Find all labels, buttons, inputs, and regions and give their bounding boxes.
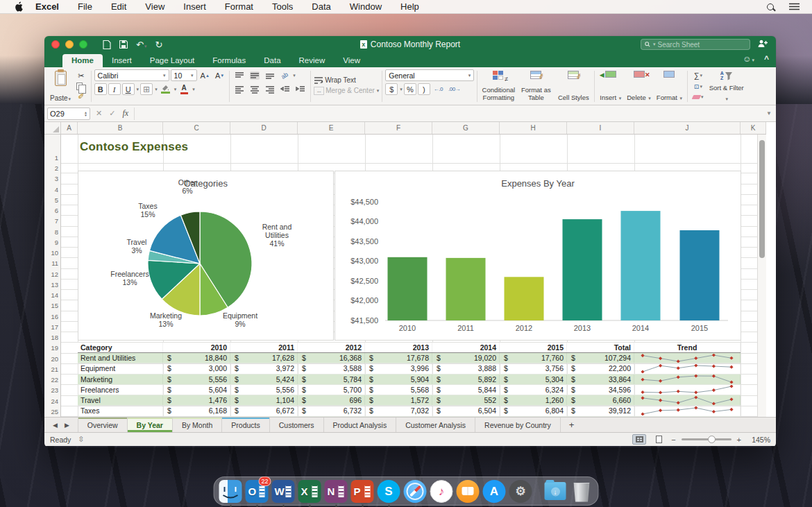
row-header-11[interactable]: 11 xyxy=(51,259,58,267)
sheet-body[interactable]: Contoso Expenses Categories Rent andUtil… xyxy=(61,135,766,417)
row-header-9[interactable]: 9 xyxy=(55,239,58,246)
apple-menu-icon[interactable] xyxy=(14,1,23,12)
next-sheet-arrow[interactable]: ▶ xyxy=(65,422,69,429)
align-left-button[interactable] xyxy=(232,83,246,95)
powerpoint-dock-icon[interactable]: P xyxy=(351,480,374,503)
expenses-table[interactable]: Category201020112012201320142015TotalTre… xyxy=(78,343,741,417)
zoom-out-button[interactable]: − xyxy=(671,436,675,444)
align-middle-button[interactable] xyxy=(248,69,262,81)
feedback-smiley-icon[interactable]: ☺▾ xyxy=(743,54,754,64)
zoom-in-button[interactable]: + xyxy=(737,436,741,444)
delete-cells-button[interactable]: ✕ Delete ▾ xyxy=(625,69,653,103)
ribbon-tab-view[interactable]: View xyxy=(334,54,369,67)
sheet-tab-overview[interactable]: Overview xyxy=(78,418,128,432)
borders-button[interactable]: ⊞ xyxy=(140,83,153,95)
increase-indent-button[interactable] xyxy=(294,83,307,95)
bar-chart-object[interactable]: Expenses By Year $44,500$44,000$43,500$4… xyxy=(335,171,741,341)
name-box-stepper[interactable]: ▲▼ xyxy=(84,111,87,117)
row-headers[interactable]: 1234567891011121314151617181920212223242… xyxy=(44,135,61,417)
worksheet-grid[interactable]: ABCDEFGHIJK 1234567891011121314151617181… xyxy=(44,122,776,417)
column-header-K[interactable]: K xyxy=(741,122,766,134)
ribbon-tab-home[interactable]: Home xyxy=(62,54,103,67)
currency-format-button[interactable]: $ xyxy=(385,83,398,95)
font-color-button[interactable]: A xyxy=(178,83,190,95)
page-layout-view-button[interactable] xyxy=(652,434,666,445)
column-header-G[interactable]: G xyxy=(432,122,500,134)
column-header-C[interactable]: C xyxy=(163,122,230,134)
spotlight-search-icon[interactable] xyxy=(767,3,774,10)
column-header-E[interactable]: E xyxy=(298,122,365,134)
menu-insert[interactable]: Insert xyxy=(183,1,206,12)
align-bottom-button[interactable] xyxy=(263,69,277,81)
onenote-dock-icon[interactable]: N xyxy=(325,480,348,503)
formula-input[interactable] xyxy=(134,108,766,120)
row-header-23[interactable]: 23 xyxy=(51,386,58,394)
menu-data[interactable]: Data xyxy=(312,1,330,12)
increase-decimal-button[interactable]: ←.0 xyxy=(432,83,445,95)
row-header-17[interactable]: 17 xyxy=(51,323,58,331)
paste-dropdown-arrow[interactable]: ▾ xyxy=(69,96,71,101)
fill-color-button[interactable] xyxy=(159,83,172,95)
menu-help[interactable]: Help xyxy=(400,1,419,12)
row-header-6[interactable]: 6 xyxy=(55,207,58,214)
system-preferences-dock-icon[interactable]: ⚙ xyxy=(509,480,532,503)
zoom-window-button[interactable] xyxy=(79,40,87,49)
table-row[interactable]: Taxes$6,168$6,672$6,732$7,032$6,504$6,80… xyxy=(78,406,741,416)
add-sheet-button[interactable]: + xyxy=(561,418,583,432)
column-header-H[interactable]: H xyxy=(500,122,567,134)
undo-button[interactable]: ↶▾ xyxy=(136,40,146,50)
row-header-13[interactable]: 13 xyxy=(51,281,58,289)
row-header-20[interactable]: 20 xyxy=(51,355,58,363)
row-header-4[interactable]: 4 xyxy=(55,186,58,194)
number-format-select[interactable]: General▾ xyxy=(385,69,474,81)
row-header-16[interactable]: 16 xyxy=(51,313,58,320)
row-header-18[interactable]: 18 xyxy=(51,334,58,341)
minimize-window-button[interactable] xyxy=(65,40,74,49)
row-header-19[interactable]: 19 xyxy=(51,344,58,352)
share-person-icon[interactable] xyxy=(757,40,768,50)
select-all-corner[interactable] xyxy=(44,122,61,134)
column-header-B[interactable]: B xyxy=(78,122,163,134)
ribbon-tab-page-layout[interactable]: Page Layout xyxy=(141,54,204,67)
sheet-tab-by-year[interactable]: By Year xyxy=(128,418,173,432)
zoom-slider[interactable] xyxy=(682,438,731,440)
outlook-dock-icon[interactable]: O22 xyxy=(246,480,269,503)
close-window-button[interactable] xyxy=(51,40,60,49)
format-as-table-button[interactable]: ✐ Format as Table xyxy=(518,69,554,103)
ibooks-dock-icon[interactable] xyxy=(457,480,480,503)
column-header-J[interactable]: J xyxy=(634,122,741,134)
excel-dock-icon[interactable]: X xyxy=(298,480,321,503)
row-header-2[interactable]: 2 xyxy=(55,164,58,172)
pie-chart-object[interactable]: Categories Rent andUtilities41%Equipment… xyxy=(78,171,334,341)
sheet-title-cell[interactable]: Contoso Expenses xyxy=(80,140,188,154)
align-center-button[interactable] xyxy=(248,83,262,95)
merge-center-button[interactable]: ↔ Merge & Center▾ xyxy=(314,87,379,95)
name-box[interactable]: O29 ▲▼ xyxy=(47,108,90,120)
table-row[interactable]: Marketing$5,556$5,424$5,784$5,904$5,892$… xyxy=(78,375,741,385)
menu-view[interactable]: View xyxy=(145,1,164,12)
itunes-dock-icon[interactable]: ♪ xyxy=(430,480,453,503)
row-header-12[interactable]: 12 xyxy=(51,270,58,278)
autosum-button[interactable]: ∑▾ xyxy=(691,70,706,81)
column-headers[interactable]: ABCDEFGHIJK xyxy=(44,122,766,135)
ribbon-tab-review[interactable]: Review xyxy=(290,54,335,67)
expenses-table-header[interactable]: Category201020112012201320142015TotalTre… xyxy=(78,343,741,353)
comma-format-button[interactable]: ) xyxy=(418,83,430,95)
column-header-D[interactable]: D xyxy=(230,122,298,134)
prev-sheet-arrow[interactable]: ◀ xyxy=(53,422,58,429)
word-dock-icon[interactable]: W xyxy=(272,480,295,503)
percent-format-button[interactable]: % xyxy=(404,83,416,95)
sheet-tab-customer-analysis[interactable]: Customer Analysis xyxy=(396,418,475,432)
sheet-tab-products[interactable]: Products xyxy=(222,418,269,432)
align-top-button[interactable] xyxy=(232,69,246,81)
safari-dock-icon[interactable] xyxy=(404,480,427,503)
align-right-button[interactable] xyxy=(263,83,277,95)
row-header-25[interactable]: 25 xyxy=(51,408,58,415)
vertical-scrollbar[interactable] xyxy=(757,135,766,417)
row-header-15[interactable]: 15 xyxy=(51,302,58,309)
menu-app-name[interactable]: Excel xyxy=(35,1,59,12)
menu-format[interactable]: Format xyxy=(225,1,253,12)
column-header-I[interactable]: I xyxy=(567,122,634,134)
row-header-10[interactable]: 10 xyxy=(51,249,58,257)
insert-function-button[interactable]: fx xyxy=(122,108,128,119)
